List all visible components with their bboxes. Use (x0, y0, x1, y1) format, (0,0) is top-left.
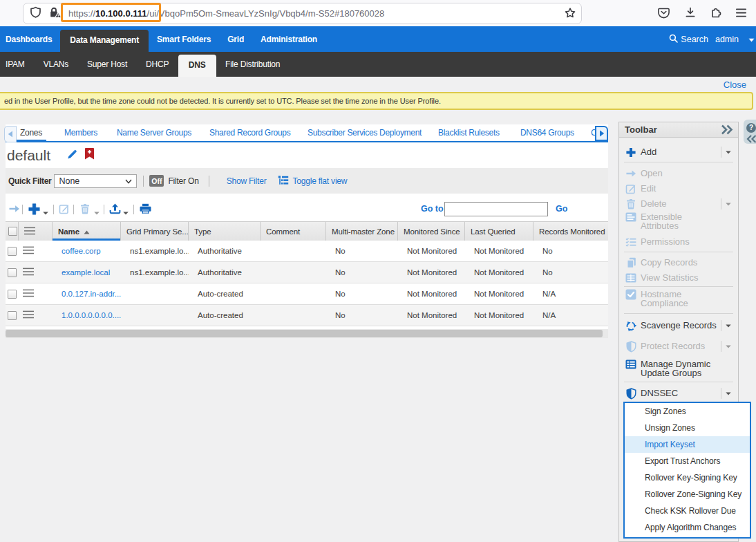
bookmark-flag-icon[interactable] (85, 148, 94, 162)
url-text-part[interactable]: /VbqoPm5Om-SmeavLYzSnIg/Vbqb4/m-S52#1807… (156, 8, 384, 19)
subnav-item-super-host[interactable]: Super Host (78, 52, 137, 77)
add-icon[interactable] (28, 203, 41, 218)
menu-item-rollover-zone-signing-key[interactable]: Rollover Zone-Signing Key (625, 486, 750, 503)
bookmark-star-icon[interactable] (564, 7, 576, 22)
cell-name[interactable]: 0.0.127.in-addr... (53, 283, 121, 304)
export-icon-svg[interactable] (109, 203, 121, 214)
row-checkbox[interactable] (8, 290, 17, 299)
dropdown-caret-icon[interactable] (721, 198, 735, 209)
quick-filter-select-part[interactable]: None (59, 176, 79, 186)
dropdown-caret-icon[interactable] (721, 320, 735, 331)
close-link[interactable]: Close (724, 80, 746, 90)
pocket-icon-svg[interactable] (657, 6, 670, 19)
go-forward-icon[interactable] (8, 204, 20, 216)
delete-icon[interactable] (80, 203, 90, 217)
lock-warning-icon-svg[interactable] (48, 6, 62, 19)
tab-dns64-groups-part[interactable]: DNS64 Groups (520, 128, 574, 138)
export-caret-icon[interactable] (123, 205, 129, 218)
add-icon-svg[interactable] (28, 203, 41, 216)
downloads-icon[interactable] (684, 6, 697, 21)
dropdown-caret-icon[interactable] (721, 147, 735, 158)
column-header-name[interactable]: Name (53, 222, 121, 241)
tab-scroll-right-button[interactable] (595, 126, 608, 141)
column-header-multi-master-zone[interactable]: Multi-master Zone (326, 222, 398, 241)
export-caret-icon-svg[interactable] (123, 212, 129, 215)
collapse-chevrons-icon-svg[interactable] (746, 135, 756, 143)
scrollbar-thumb[interactable] (6, 330, 603, 337)
menu-hamburger-icon[interactable] (736, 8, 746, 20)
help-icon[interactable]: ? (746, 123, 756, 136)
print-icon-svg[interactable] (140, 203, 151, 214)
tab-subscriber-services-deployment[interactable]: Subscriber Services Deployment (308, 124, 422, 141)
select-all-checkbox[interactable] (8, 227, 17, 236)
column-header-records-monitored[interactable]: Records Monitored (533, 222, 608, 241)
show-filter-link[interactable]: Show Filter (227, 176, 267, 186)
tab-name-server-groups-part[interactable]: Name Server Groups (117, 128, 191, 138)
tab-blacklist-rulesets[interactable]: Blacklist Rulesets (438, 124, 500, 141)
url-text-part[interactable]: https:// (68, 8, 95, 19)
tab-name-server-groups[interactable]: Name Server Groups (117, 124, 191, 141)
menu-item-unsign-zones[interactable]: Unsign Zones (625, 420, 750, 436)
cell-name[interactable]: example.local (53, 262, 121, 283)
print-icon[interactable] (140, 203, 151, 217)
row-menu-icon-svg[interactable] (23, 310, 34, 319)
tab-members[interactable]: Members (64, 124, 97, 141)
table-row-0-0-127-in-addr-[interactable]: 0.0.127.in-addr...Auto-createdNoNot Moni… (6, 283, 608, 305)
cell-name-part[interactable]: coffee.corp (62, 247, 101, 255)
tab-members-part[interactable]: Members (64, 128, 97, 138)
search-button-part[interactable]: Search (681, 35, 708, 44)
row-menu-icon[interactable] (23, 246, 34, 256)
url-text-part[interactable]: 10.100.0.111 (95, 8, 147, 19)
edit-pencil-icon-svg[interactable] (66, 148, 79, 161)
cell-name-part[interactable]: 0.0.127.in-addr... (62, 290, 121, 298)
subnav-item-dns[interactable]: DNS (178, 55, 216, 77)
lock-warning-icon[interactable] (48, 6, 62, 21)
goto-button[interactable]: Go (556, 204, 567, 214)
table-row-0-0-127-in-addr--part[interactable] (6, 283, 19, 304)
collapse-chevrons-icon[interactable] (746, 135, 756, 143)
subnav-item-vlans[interactable]: VLANs (34, 52, 77, 77)
column-header-name-part[interactable]: Name (58, 227, 79, 236)
row-menu-icon[interactable] (23, 310, 34, 320)
menu-item-rollover-key-signing-key[interactable]: Rollover Key-Signing Key (625, 469, 750, 486)
cell-name-part[interactable]: 1.0.0.0.0.0.0.0.... (62, 311, 121, 319)
expand-chevrons-icon[interactable] (720, 124, 734, 135)
tab-subscriber-services-deployment-part[interactable]: Subscriber Services Deployment (308, 128, 422, 138)
subnav-item-dhcp[interactable]: DHCP (137, 52, 178, 77)
menu-item-export-trust-anchors[interactable]: Export Trust Anchors (625, 453, 750, 469)
tab-shared-record-groups[interactable]: Shared Record Groups (209, 124, 290, 141)
menu-item-import-keyset[interactable]: Import Keyset (625, 436, 750, 453)
column-header-last-queried[interactable]: Last Queried (465, 222, 533, 241)
table-row-1-0-0-0-0-0-0-0-[interactable]: 1.0.0.0.0.0.0.0....Auto-createdNoNot Mon… (6, 305, 608, 326)
column-header-type-part[interactable]: Type (194, 227, 211, 236)
cell-name[interactable]: coffee.corp (53, 241, 121, 261)
column-header-name-part[interactable] (53, 239, 120, 241)
row-checkbox[interactable] (8, 247, 17, 256)
cell-name-part[interactable]: example.local (62, 268, 110, 277)
extensions-icon-svg[interactable] (710, 7, 722, 19)
dropdown-caret-icon-svg[interactable] (726, 392, 731, 395)
nav-item-administration[interactable]: Administration (252, 26, 325, 52)
subnav-item-ipam[interactable]: IPAM (0, 52, 34, 77)
column-header-grid-primary-se--part[interactable]: Grid Primary Se... (126, 227, 189, 236)
dropdown-caret-icon-svg[interactable] (726, 345, 731, 348)
table-row-example-local[interactable]: example.localns1.example.lo...Authoritat… (6, 262, 608, 283)
add-caret-icon[interactable] (43, 205, 48, 218)
row-menu-icon[interactable] (23, 268, 34, 277)
row-menu-icon-svg[interactable] (23, 268, 34, 276)
url-text[interactable]: https://10.100.0.111/ui/VbqoPm5Om-SmeavL… (68, 8, 384, 19)
tab-scroll-left-button-svg[interactable] (8, 131, 13, 138)
table-row-coffee-corp[interactable]: coffee.corpns1.example.lo...Authoritativ… (6, 241, 608, 262)
dropdown-caret-icon-svg[interactable] (726, 324, 731, 328)
tab-dns64-groups[interactable]: DNS64 Groups (520, 124, 574, 141)
dropdown-caret-icon-svg[interactable] (726, 203, 731, 206)
table-row-coffee-corp-part[interactable] (19, 241, 53, 261)
goto-input[interactable] (444, 202, 548, 216)
menu-item-apply-algorithm-changes[interactable]: Apply Algorithm Changes (625, 519, 750, 536)
table-row-example-local-part[interactable] (19, 262, 53, 283)
menu-hamburger-icon-svg[interactable] (736, 8, 746, 17)
edit-pencil-icon[interactable] (66, 148, 79, 164)
bookmark-star-icon-svg[interactable] (564, 7, 576, 19)
quick-filter-select[interactable]: None (54, 174, 137, 188)
row-checkbox[interactable] (8, 311, 17, 320)
